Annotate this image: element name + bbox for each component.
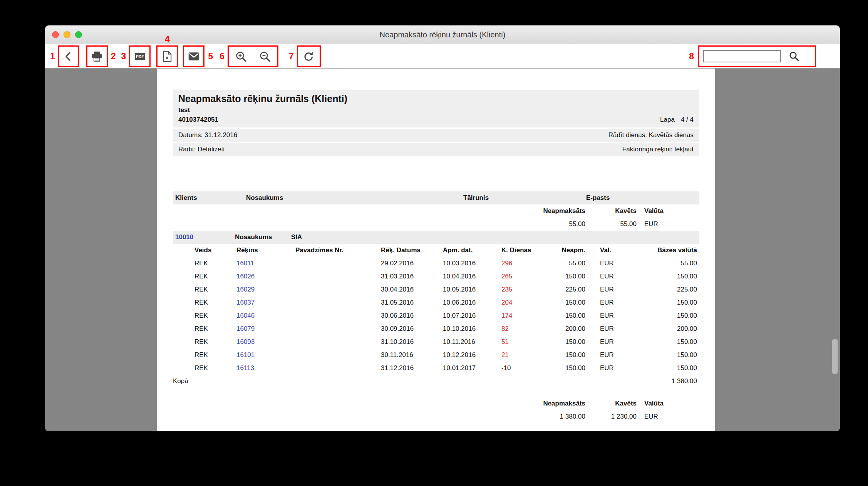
cell-apm-dat: 10.11.2016 bbox=[441, 335, 500, 349]
annotation-4: 4 bbox=[165, 35, 170, 44]
invoice-number-link[interactable]: 16011 bbox=[236, 260, 254, 267]
summary-header-bottom: Neapmaksāts Kavēts Valūta bbox=[173, 397, 699, 410]
email-button[interactable] bbox=[184, 47, 203, 65]
cell-neapm: 150.00 bbox=[543, 362, 586, 375]
search-button[interactable] bbox=[786, 49, 802, 64]
value-kavets: 55.00 bbox=[586, 220, 637, 228]
invoice-number-link[interactable]: 16029 bbox=[236, 286, 255, 293]
invoice-row: REK 16029 30.04.2016 10.05.2016 235 225.… bbox=[173, 283, 699, 296]
cell-val: EUR bbox=[586, 283, 635, 296]
cell-bazes: 200.00 bbox=[635, 322, 699, 335]
total-value: 1 380.00 bbox=[586, 375, 699, 388]
zoom-window-button[interactable] bbox=[75, 31, 82, 38]
invoice-number-link[interactable]: 16046 bbox=[236, 312, 255, 319]
cell-val: EUR bbox=[586, 335, 635, 349]
annotation-box-print bbox=[86, 45, 108, 67]
cell-apm-dat: 10.12.2016 bbox=[441, 349, 500, 362]
zoom-in-button[interactable] bbox=[232, 47, 250, 65]
back-button[interactable] bbox=[59, 47, 78, 65]
header-talrunis: Tālrunis bbox=[463, 194, 489, 202]
report-meta-row-1: Datums: 31.12.2016 Rādīt dienas: Kavētās… bbox=[173, 129, 699, 142]
svg-text:x: x bbox=[166, 54, 169, 60]
invoice-row: REK 16026 31.03.2016 10.04.2016 265 150.… bbox=[173, 270, 699, 283]
app-window: Neapmaksāto rēķinu žurnāls (Klienti) 1 2 bbox=[45, 25, 840, 431]
cell-neapm: 150.00 bbox=[543, 296, 586, 309]
refresh-button[interactable] bbox=[300, 47, 318, 65]
invoice-number-link[interactable]: 16026 bbox=[236, 273, 255, 280]
cell-bazes: 55.00 bbox=[635, 257, 699, 270]
cell-pavadzimes bbox=[294, 283, 379, 296]
annotation-8: 8 bbox=[689, 52, 694, 61]
col-rek-datums: Rēķ. Datums bbox=[379, 244, 441, 257]
client-name: SIA bbox=[291, 233, 302, 241]
cell-rek-datums: 31.10.2016 bbox=[379, 335, 441, 349]
header-klients: Klients bbox=[175, 194, 197, 202]
cell-pavadzimes bbox=[294, 322, 379, 335]
refresh-icon bbox=[302, 50, 315, 63]
invoice-row: REK 16093 31.10.2016 10.11.2016 51 150.0… bbox=[173, 335, 699, 349]
chevron-left-icon bbox=[62, 50, 75, 63]
cell-bazes: 150.00 bbox=[635, 335, 699, 349]
cell-veids: REK bbox=[173, 322, 235, 335]
pdf-button[interactable]: PDF bbox=[131, 47, 149, 65]
value-valuta: EUR bbox=[644, 220, 658, 228]
cell-neapm: 150.00 bbox=[543, 335, 586, 349]
cell-k-dienas: 21 bbox=[500, 349, 543, 362]
annotation-box-mail bbox=[183, 45, 204, 67]
close-window-button[interactable] bbox=[52, 31, 59, 38]
annotation-box-pdf: PDF bbox=[129, 45, 151, 67]
cell-rek-datums: 29.02.2016 bbox=[379, 257, 441, 270]
cell-rekins: 16029 bbox=[235, 283, 294, 296]
value-neapmaksats: 55.00 bbox=[173, 220, 586, 228]
invoice-number-link[interactable]: 16113 bbox=[236, 364, 254, 372]
annotation-5: 5 bbox=[208, 52, 213, 61]
invoice-number-link[interactable]: 16079 bbox=[236, 325, 255, 332]
invoice-number-link[interactable]: 16037 bbox=[236, 299, 255, 306]
cell-val: EUR bbox=[586, 270, 635, 283]
client-code-link[interactable]: 10010 bbox=[175, 233, 193, 241]
pdf-icon: PDF bbox=[134, 50, 146, 63]
cell-rekins: 16079 bbox=[235, 322, 294, 335]
cell-rekins: 16093 bbox=[235, 335, 294, 349]
annotation-box-refresh bbox=[297, 45, 321, 67]
total-label: Kopā bbox=[173, 375, 586, 388]
cell-k-dienas: 204 bbox=[500, 296, 543, 309]
cell-pavadzimes bbox=[294, 362, 379, 375]
summary-values-top: 55.00 55.00 EUR bbox=[173, 218, 699, 231]
envelope-icon bbox=[188, 50, 200, 63]
window-title: Neapmaksāto rēķinu žurnāls (Klienti) bbox=[380, 30, 506, 39]
cell-apm-dat: 10.06.2016 bbox=[441, 296, 500, 309]
cell-val: EUR bbox=[586, 309, 635, 322]
cell-k-dienas: 296 bbox=[500, 257, 543, 270]
cell-rekins: 16026 bbox=[235, 270, 294, 283]
col-apm-dat: Apm. dat. bbox=[441, 244, 500, 257]
cell-rek-datums: 30.06.2016 bbox=[379, 309, 441, 322]
invoice-number-link[interactable]: 16101 bbox=[236, 351, 255, 359]
annotation-box-excel: x bbox=[156, 45, 178, 67]
cell-bazes: 150.00 bbox=[635, 349, 699, 362]
cell-bazes: 225.00 bbox=[635, 283, 699, 296]
annotation-1: 1 bbox=[50, 52, 55, 61]
svg-text:PDF: PDF bbox=[136, 55, 144, 59]
toolbar: 1 2 3 PD bbox=[45, 44, 840, 69]
cell-k-dienas: 82 bbox=[500, 322, 543, 335]
cell-veids: REK bbox=[173, 296, 235, 309]
report-date: Datums: 31.12.2016 bbox=[178, 131, 237, 139]
annotation-box-excel-wrap: 4 x bbox=[156, 45, 178, 67]
col-pavadzimes: Pavadzīmes Nr. bbox=[294, 244, 379, 257]
cell-pavadzimes bbox=[294, 296, 379, 309]
cell-veids: REK bbox=[173, 362, 235, 375]
traffic-lights bbox=[52, 31, 82, 38]
client-band: 10010 Nosaukums SIA bbox=[173, 231, 699, 244]
vertical-scrollbar[interactable] bbox=[832, 339, 838, 374]
clients-header-band: Klients Nosaukums Tālrunis E-pasts bbox=[173, 191, 699, 204]
minimize-window-button[interactable] bbox=[64, 31, 70, 38]
zoom-out-button[interactable] bbox=[256, 47, 274, 65]
cell-veids: REK bbox=[173, 349, 235, 362]
search-input[interactable] bbox=[703, 50, 781, 62]
excel-export-button[interactable]: x bbox=[158, 47, 176, 65]
print-button[interactable] bbox=[88, 47, 106, 65]
invoice-number-link[interactable]: 16093 bbox=[236, 338, 255, 345]
cell-pavadzimes bbox=[294, 335, 379, 349]
cell-neapm: 55.00 bbox=[543, 257, 586, 270]
